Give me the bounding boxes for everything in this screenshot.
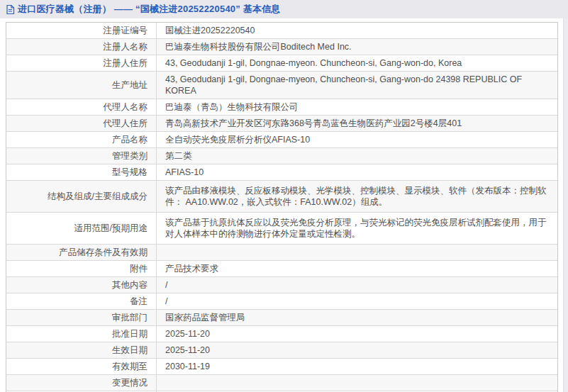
field-label: 审批部门 [6, 310, 156, 325]
field-value: 产品技术要求 [156, 261, 557, 276]
row-structure-composition: 结构及组成/主要组成成分 该产品由移液模块、反应板移动模块、光学模块、控制模块、… [6, 181, 557, 213]
field-label: 注册人住所 [6, 55, 156, 71]
row-approval-department: 审批部门 国家药品监督管理局 [6, 310, 557, 326]
row-product-name: 产品名称 全自动荧光免疫层析分析仪AFIAS-10 [6, 132, 557, 148]
field-value: 青岛高新技术产业开发区河东路368号青岛蓝色生物医药产业园2号楼4层401 [156, 116, 557, 131]
row-change-status: 变更情况 [6, 375, 557, 391]
field-value: 巴迪泰（青岛）生物科技有限公司 [156, 99, 557, 115]
field-value: 该产品由移液模块、反应板移动模块、光学模块、控制模块、显示模块、软件（发布版本：… [156, 181, 557, 212]
row-cert-number: 注册证编号 国械注进20252220540 [6, 23, 557, 39]
row-remarks: 备注 / [6, 293, 557, 310]
field-value: 国械注进20252220540 [156, 23, 557, 38]
field-label: 注册证编号 [6, 23, 156, 38]
field-label: 产品名称 [6, 132, 156, 147]
row-registrant-address: 注册人住所 43, Geodudanji 1-gil, Dongnae-myeo… [6, 55, 557, 72]
field-label: 型号规格 [6, 164, 156, 180]
field-label: 产品储存条件及有效期 [6, 245, 156, 260]
field-value: 国家药品监督管理局 [156, 310, 557, 325]
row-effective-date: 生效日期 2025-11-20 [6, 342, 557, 359]
field-label: 批准日期 [6, 326, 156, 342]
row-approval-date: 批准日期 2025-11-20 [6, 326, 557, 342]
vertical-scrollbar[interactable] [563, 18, 568, 392]
field-label: 结构及组成/主要组成成分 [6, 181, 156, 212]
row-production-address: 生产地址 43, Geodudanji 1-gil, Dongnae-myeon… [6, 72, 557, 99]
field-value: 第二类 [156, 148, 557, 164]
field-value: 全自动荧光免疫层析分析仪AFIAS-10 [156, 132, 557, 147]
field-value: 43, Geodudanji 1-gil, Dongnae-myeon. Chu… [156, 55, 557, 71]
field-label: 管理类别 [6, 148, 156, 164]
field-value: 43, Geodudanji 1-gil, Dongnae-myeon, Chu… [156, 72, 557, 99]
row-attachment: 附件 产品技术要求 [6, 261, 557, 277]
row-model-spec: 型号规格 AFIAS-10 [6, 164, 557, 181]
field-label: 变更情况 [6, 375, 156, 391]
document-icon [6, 4, 15, 15]
row-agent-name: 代理人名称 巴迪泰（青岛）生物科技有限公司 [6, 99, 557, 116]
field-label: 附件 [6, 261, 156, 276]
field-label: 代理人住所 [6, 116, 156, 131]
field-value: / [156, 277, 557, 293]
field-value: 巴迪泰生物科技股份有限公司Boditech Med Inc. [156, 39, 557, 55]
row-scope-of-use: 适用范围/预期用途 该产品基于抗原抗体反应以及荧光免疫分析原理，与荧光标记的荧光… [6, 213, 557, 245]
field-label: 有效期至 [6, 359, 156, 374]
field-value: 2025-11-20 [156, 342, 557, 358]
field-value: 2025-11-20 [156, 326, 557, 342]
device-info-table: 注册证编号 国械注进20252220540 注册人名称 巴迪泰生物科技股份有限公… [6, 22, 558, 392]
field-value: AFIAS-10 [156, 164, 557, 180]
row-registrant-name: 注册人名称 巴迪泰生物科技股份有限公司Boditech Med Inc. [6, 39, 557, 55]
field-label: 生产地址 [6, 72, 156, 99]
row-other-content: 其他内容 / [6, 277, 557, 293]
field-value: 2030-11-19 [156, 359, 557, 374]
field-label: 备注 [6, 293, 156, 309]
field-value: 该产品基于抗原抗体反应以及荧光免疫分析原理，与荧光标记的荧光免疫层析试剂配套使用… [156, 213, 557, 244]
field-value [156, 375, 557, 391]
page-title: 进口医疗器械（注册） —— “国械注进20252220540” 基本信息 [18, 3, 281, 16]
page-header: 进口医疗器械（注册） —— “国械注进20252220540” 基本信息 [0, 0, 568, 18]
field-label: 注册人名称 [6, 39, 156, 55]
field-value [156, 245, 557, 260]
field-label: 其他内容 [6, 277, 156, 293]
field-label: 适用范围/预期用途 [6, 213, 156, 244]
field-label: 生效日期 [6, 342, 156, 358]
field-label: 代理人名称 [6, 99, 156, 115]
row-storage-validity: 产品储存条件及有效期 [6, 245, 557, 261]
row-agent-address: 代理人住所 青岛高新技术产业开发区河东路368号青岛蓝色生物医药产业园2号楼4层… [6, 116, 557, 132]
field-value: / [156, 293, 557, 309]
row-expiry-date: 有效期至 2030-11-19 [6, 359, 557, 375]
row-management-class: 管理类别 第二类 [6, 148, 557, 164]
